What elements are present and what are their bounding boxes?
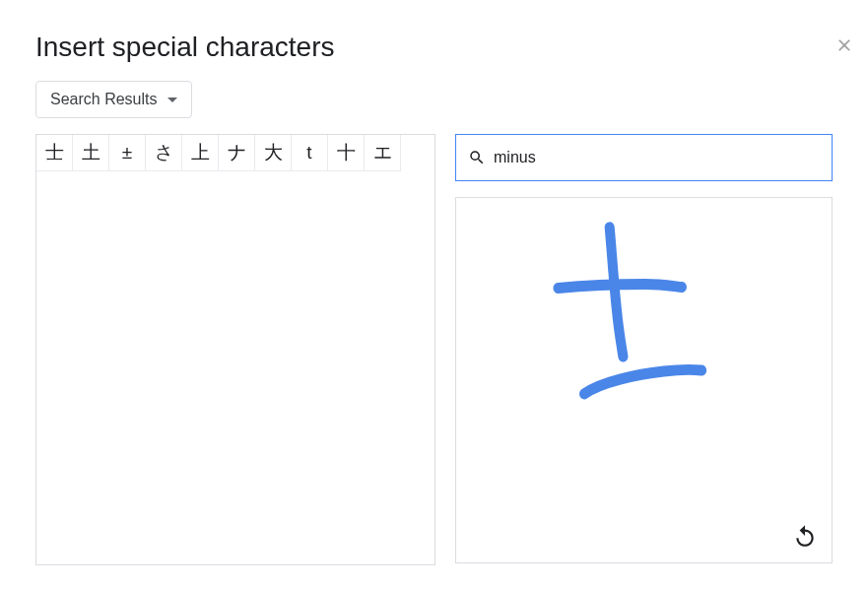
category-dropdown-label: Search Results bbox=[50, 91, 158, 108]
character-cell[interactable]: ± bbox=[109, 135, 146, 171]
category-dropdown[interactable]: Search Results bbox=[35, 81, 192, 118]
character-cell[interactable]: 土 bbox=[73, 135, 109, 171]
character-cell[interactable]: ナ bbox=[219, 135, 255, 171]
main-content: 士 土 ± さ 上 ナ 大 t 十 エ bbox=[35, 134, 833, 565]
search-icon bbox=[468, 149, 486, 166]
undo-button[interactable] bbox=[792, 523, 818, 549]
handwriting-canvas bbox=[456, 198, 832, 562]
character-cell[interactable]: 大 bbox=[255, 135, 292, 171]
dialog-title: Insert special characters bbox=[35, 32, 833, 63]
character-cell[interactable]: t bbox=[292, 135, 328, 171]
close-icon bbox=[835, 35, 854, 55]
close-button[interactable] bbox=[835, 35, 854, 55]
search-box bbox=[455, 134, 833, 181]
character-cell[interactable]: 上 bbox=[182, 135, 219, 171]
chevron-down-icon bbox=[167, 98, 177, 102]
character-cell[interactable]: 十 bbox=[328, 135, 365, 171]
search-input[interactable] bbox=[494, 149, 820, 166]
results-panel: 士 土 ± さ 上 ナ 大 t 十 エ bbox=[35, 134, 435, 565]
character-grid: 士 土 ± さ 上 ナ 大 t 十 エ bbox=[36, 135, 434, 171]
character-cell[interactable]: 士 bbox=[36, 135, 73, 171]
undo-icon bbox=[792, 523, 818, 549]
character-cell[interactable]: エ bbox=[365, 135, 401, 171]
character-cell[interactable]: さ bbox=[146, 135, 182, 171]
search-draw-column bbox=[455, 134, 833, 563]
draw-panel[interactable] bbox=[455, 197, 833, 563]
insert-special-characters-dialog: Insert special characters Search Results… bbox=[0, 0, 868, 589]
category-row: Search Results bbox=[35, 81, 833, 118]
